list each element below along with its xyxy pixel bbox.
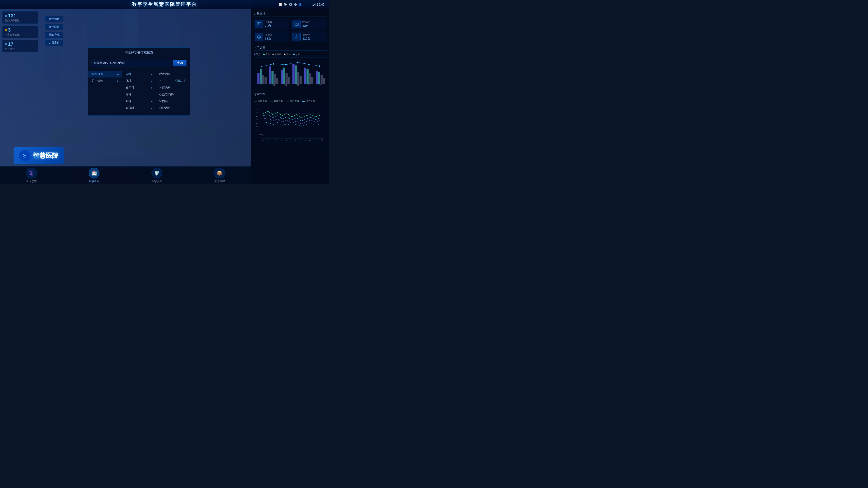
map-nav-clinic[interactable]: 就诊导航 [45,32,63,38]
svg-rect-60 [304,68,306,84]
svg-rect-62 [309,73,311,84]
nav-search-row: 查询 [88,57,190,69]
nav-item-cardiology-label: 心血管内科 [159,92,174,96]
map-nav-location[interactable]: 人员定位 [45,39,63,46]
nav-item-ent[interactable]: 五官科 ▶ [122,105,156,111]
nav-col-3: 呼吸内科 ✓ 消化内科 神经内科 心血管内科 肾内科 血液内科 [156,69,190,113]
legend-other-label: 其他 [286,53,291,56]
header-time: 14:15:45 [312,3,325,6]
legend-static-label: 未流动 [275,53,281,56]
nav-search-input[interactable] [92,60,171,66]
stat-icon-devices [5,15,7,17]
population-chart: 1月 3月 5月 7月 9月 11月 [254,57,327,89]
legend-total-label: 总数 [296,53,300,56]
device-ventilator: 呼吸机 13台 [291,19,327,30]
bottom-nav-hospital[interactable]: 🏥 智慧医院 [84,166,104,184]
nav-item-internal[interactable]: 内科 ▶ [122,71,156,77]
nav-check-icon: ✓ [159,79,162,83]
nav-item-nephrology[interactable]: 肾内科 [156,98,190,105]
header-icons: ⬜ 📡 ⚙️ ⏻ 👤 [278,3,302,6]
legend-static-dot [272,54,274,55]
header: 数字李生智慧医院管理平台 ⬜ 📡 ⚙️ ⏻ 👤 14:15:45 [0,0,329,9]
device-ecg-count: 78台 [265,24,272,28]
bottom-nav-security-icon: 🛡️ [151,168,162,178]
svg-rect-54 [285,73,288,84]
legend-outflow-label: 流出 [266,53,270,56]
svg-rect-48 [269,66,271,84]
nav-item-dept-query[interactable]: 科室查询 ▶ [88,71,122,77]
svg-rect-50 [274,74,276,84]
legend-inflow: 流入 [254,53,260,56]
svg-rect-45 [260,69,262,84]
legend-inflow-dot [254,54,255,55]
ops-legend: 新增患者 复诊人数 痊愈患者 死亡人数 [254,100,327,103]
icon-monitor: ⬜ [278,3,282,6]
nav-item-gastro[interactable]: ✓ 消化内科 [156,77,190,84]
bottom-nav-resources[interactable]: 📦 资源管理 [210,166,229,184]
bottom-nav-resources-label: 资源管理 [214,180,225,183]
svg-text:10: 10 [304,139,306,141]
header-title: 数字李生智慧医院管理平台 [132,1,197,7]
population-section-title: 人口流动 [254,45,327,51]
svg-text:3: 3 [272,139,273,141]
svg-text:BP: BP [296,37,297,38]
device-bpmonitor-icon: BP [292,33,301,41]
device-syringe-count: 32台 [265,37,272,41]
stat-icon-todos [5,43,7,45]
right-panel: 设备统计 心电仪 78台 [251,9,329,184]
svg-text:2: 2 [267,139,268,141]
svg-text:50: 50 [256,116,258,118]
ops-label-recovered: 痊愈患者 [290,100,299,103]
ops-label-followup: 复诊人数 [274,100,283,103]
svg-rect-65 [318,72,320,84]
nav-item-doctor-query[interactable]: 医生查询 ▶ [88,77,122,84]
nav-item-male[interactable]: 男科 [122,91,156,98]
svg-rect-47 [265,77,267,84]
device-bpmonitor-name: 血压计 [303,33,310,37]
nav-item-neurology[interactable]: 神经内科 [156,84,190,91]
device-syringe-icon [255,33,263,41]
map-nav-medical[interactable]: 智慧医疗 [45,24,63,30]
nav-item-surgery-label: 外科 [125,79,131,83]
nav-item-pediatrics[interactable]: 儿科 ▶ [122,98,156,105]
ops-chart-svg: 70 60 50 40 30 20 10 (百人) 1 2 3 4 5 6 7 [256,106,325,144]
nav-item-male-label: 男科 [125,92,131,96]
svg-text:7月: 7月 [296,84,299,86]
nav-item-cardiology[interactable]: 心血管内科 [156,91,190,98]
nav-item-pediatrics-arrow: ▶ [151,100,153,103]
device-ventilator-info: 呼吸机 13台 [303,21,310,28]
icon-settings: ⚙️ [289,3,292,6]
svg-rect-61 [307,69,309,84]
bottom-nav-medical[interactable]: ⚕️ 医疗总览 [22,166,41,184]
nav-item-surgery[interactable]: 外科 ▶ [122,77,156,84]
ops-legend-death: 死亡人数 [302,100,315,103]
legend-static: 未流动 [272,53,281,56]
bottom-nav-security[interactable]: 🛡️ 智慧安防 [147,166,167,184]
device-ventilator-icon [292,20,301,28]
stat-number-devices: 131 [8,13,16,19]
ops-line-death [302,101,305,102]
svg-rect-44 [257,73,260,84]
svg-point-73 [319,66,320,67]
stat-label-alerts: 今日告警次数 [5,33,36,36]
nav-menu: 科室查询 ▶ 医生查询 ▶ 内科 ▶ 外科 ▶ 妇产科 ▶ 男科 [88,69,190,113]
nav-item-obgyn[interactable]: 妇产科 ▶ [122,84,156,91]
nav-item-ent-arrow: ▶ [151,107,153,109]
icon-power: ⏻ [294,3,297,6]
bottom-nav-security-label: 智慧安防 [151,180,162,183]
device-bpmonitor: BP 血压计 120台 [291,31,327,42]
nav-item-hematology[interactable]: 血液内科 [156,105,190,111]
map-nav-ward[interactable]: 智慧病房 [45,16,63,22]
nav-item-respiratory[interactable]: 呼吸内科 [156,71,190,77]
device-ecg-icon [255,20,263,28]
svg-text:(百人): (百人) [258,134,263,135]
nav-search-button[interactable]: 查询 [174,60,186,66]
stat-label-devices: 监控设备总数 [5,19,36,22]
nav-item-dept-arrow: ▶ [117,73,119,75]
stat-todos: 17 待办事宜 [2,40,38,52]
svg-text:4: 4 [276,139,277,141]
device-ecg-info: 心电仪 78台 [265,21,272,28]
nav-item-doctor-query-label: 医生查询 [92,79,103,83]
device-syringe: 注射器 32台 [254,31,289,42]
logo-badge: S 智慧医院 [13,147,64,164]
